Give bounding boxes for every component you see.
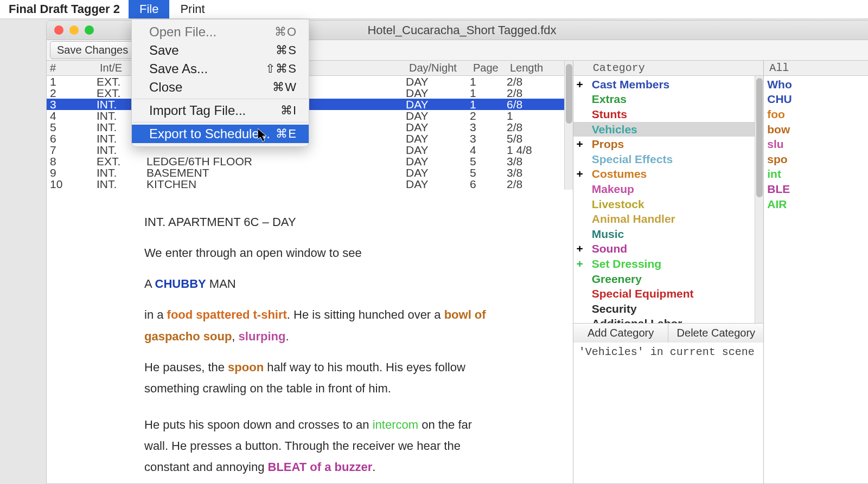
category-label: Special Equipment xyxy=(586,287,694,300)
menu-bar: Final Draft Tagger 2 File Print xyxy=(0,0,868,19)
menu-save[interactable]: Save ⌘S xyxy=(132,41,309,60)
category-item[interactable]: +Costumes xyxy=(573,167,755,182)
menu-open-file[interactable]: Open File... ⌘O xyxy=(132,23,309,41)
expand-icon[interactable]: + xyxy=(573,257,586,270)
tag-item[interactable]: spo xyxy=(767,152,868,167)
category-list: +Cast MembersExtrasStuntsVehicles+PropsS… xyxy=(573,76,764,323)
category-label: Props xyxy=(586,138,624,151)
left-pane: # Int/E Day/Night Page Length 1EXT.DAY12… xyxy=(47,61,573,483)
menu-save-as-shortcut: ⇧⌘S xyxy=(265,62,297,76)
tag-item[interactable]: foo xyxy=(767,107,868,122)
category-item[interactable]: +Props xyxy=(573,137,755,152)
category-scrollbar[interactable] xyxy=(755,76,763,323)
tag-prop[interactable]: spoon xyxy=(228,360,264,374)
category-item[interactable]: Extras xyxy=(573,92,755,107)
category-item[interactable]: Security xyxy=(573,301,755,317)
window-close-button[interactable] xyxy=(54,25,63,35)
category-label: Vehicles xyxy=(586,123,637,136)
menu-close-label: Close xyxy=(149,80,182,95)
menu-export-schedule-shortcut: ⌘E xyxy=(276,127,297,141)
category-label: Sound xyxy=(586,242,627,255)
menu-import-tag[interactable]: Import Tag File... ⌘I xyxy=(132,101,309,120)
tag-set-dressing[interactable]: intercom xyxy=(373,418,418,431)
save-changes-button[interactable]: Save Changes xyxy=(50,41,135,59)
tag-item[interactable]: CHU xyxy=(767,92,868,107)
tag-costume[interactable]: food spattered t-shirt xyxy=(167,308,287,321)
tags-pane: All WhoCHUfoobowsluspointBLEAIR xyxy=(764,61,868,483)
tag-item[interactable]: int xyxy=(767,167,868,182)
file-menu-dropdown: Open File... ⌘O Save ⌘S Save As... ⇧⌘S C… xyxy=(131,19,309,147)
menu-file[interactable]: File xyxy=(129,0,169,18)
scene-scrollbar[interactable] xyxy=(564,61,573,190)
expand-icon[interactable]: + xyxy=(573,242,586,255)
tags-header: All xyxy=(764,61,868,76)
menu-close-shortcut: ⌘W xyxy=(272,80,297,94)
category-item[interactable]: Makeup xyxy=(573,182,755,197)
col-header-num: # xyxy=(47,62,97,74)
script-paragraph: We enter through an open window to see xyxy=(144,242,492,263)
category-item[interactable]: Stunts xyxy=(573,107,755,122)
category-item[interactable]: Livestock xyxy=(573,197,755,212)
tag-item[interactable]: AIR xyxy=(767,197,868,212)
scene-row[interactable]: 10INT.KITCHENDAY62/8 xyxy=(47,178,564,190)
category-label: Set Dressing xyxy=(586,257,661,270)
category-item[interactable]: Greenery xyxy=(573,272,755,287)
scene-row[interactable]: 9INT.BASEMENTDAY53/8 xyxy=(47,167,564,178)
menu-save-as[interactable]: Save As... ⇧⌘S xyxy=(132,60,309,78)
expand-icon[interactable]: + xyxy=(573,78,586,91)
tag-item[interactable]: BLE xyxy=(767,182,868,197)
tag-item[interactable]: slu xyxy=(767,137,868,152)
category-label: Additional Labor xyxy=(586,317,682,323)
expand-icon[interactable]: + xyxy=(573,167,586,180)
scene-scroll-thumb[interactable] xyxy=(566,64,572,124)
script-paragraph: A CHUBBY MAN xyxy=(144,273,492,294)
scene-slugline: INT. APARTMENT 6C – DAY xyxy=(144,211,565,233)
menu-import-tag-label: Import Tag File... xyxy=(149,103,246,118)
window-minimize-button[interactable] xyxy=(69,25,79,35)
menu-separator xyxy=(133,99,308,99)
app-name: Final Draft Tagger 2 xyxy=(0,2,129,16)
category-item[interactable]: Special Effects xyxy=(573,152,755,167)
script-paragraph: He puts his spoon down and crosses to an… xyxy=(144,414,492,477)
category-label: Livestock xyxy=(586,198,644,211)
col-header-length: Length xyxy=(507,62,561,74)
category-item[interactable]: +Cast Members xyxy=(573,77,755,92)
category-item[interactable]: +Set Dressing xyxy=(573,256,755,272)
menu-print[interactable]: Print xyxy=(169,0,215,18)
menu-close[interactable]: Close ⌘W xyxy=(132,78,309,96)
tag-item[interactable]: bow xyxy=(767,122,868,137)
category-item[interactable]: Music xyxy=(573,227,755,242)
category-pane: Category +Cast MembersExtrasStuntsVehicl… xyxy=(573,61,764,483)
category-scroll-thumb[interactable] xyxy=(756,78,763,197)
category-status: 'Vehicles' in current scene xyxy=(573,343,764,483)
category-label: Special Effects xyxy=(586,153,673,166)
category-label: Costumes xyxy=(586,167,647,180)
tag-sound[interactable]: BLEAT of a buzzer xyxy=(268,460,373,474)
col-header-dn: Day/Night xyxy=(406,62,470,74)
menu-save-as-label: Save As... xyxy=(149,61,208,76)
tag-cast[interactable]: CHUBBY xyxy=(155,277,206,291)
script-paragraph: in a food spattered t-shirt. He is sitti… xyxy=(144,304,492,346)
category-header: Category xyxy=(573,61,764,76)
menu-export-schedule[interactable]: Export to Schedule... ⌘E xyxy=(132,125,309,143)
scene-row[interactable]: 8EXT.LEDGE/6TH FLOORDAY53/8 xyxy=(47,156,564,167)
category-label: Cast Members xyxy=(586,78,670,91)
menu-save-label: Save xyxy=(149,43,179,58)
tag-item[interactable]: Who xyxy=(767,77,868,92)
category-item[interactable]: +Sound xyxy=(573,242,755,257)
tags-list: WhoCHUfoobowsluspointBLEAIR xyxy=(764,76,868,211)
expand-icon[interactable]: + xyxy=(573,138,586,151)
category-item[interactable]: Special Equipment xyxy=(573,286,755,301)
menu-import-tag-shortcut: ⌘I xyxy=(280,104,297,118)
delete-category-button[interactable]: Delete Category xyxy=(668,324,763,343)
menu-open-file-shortcut: ⌘O xyxy=(275,25,297,39)
category-item[interactable]: Additional Labor xyxy=(573,317,755,324)
tag-makeup[interactable]: slurping xyxy=(239,330,286,343)
menu-separator xyxy=(133,122,308,122)
menu-export-schedule-label: Export to Schedule... xyxy=(149,126,270,141)
category-item[interactable]: Vehicles xyxy=(573,122,755,137)
window-zoom-button[interactable] xyxy=(85,25,94,35)
category-item[interactable]: Animal Handler xyxy=(573,211,755,227)
category-label: Animal Handler xyxy=(586,212,675,225)
add-category-button[interactable]: Add Category xyxy=(573,324,669,343)
